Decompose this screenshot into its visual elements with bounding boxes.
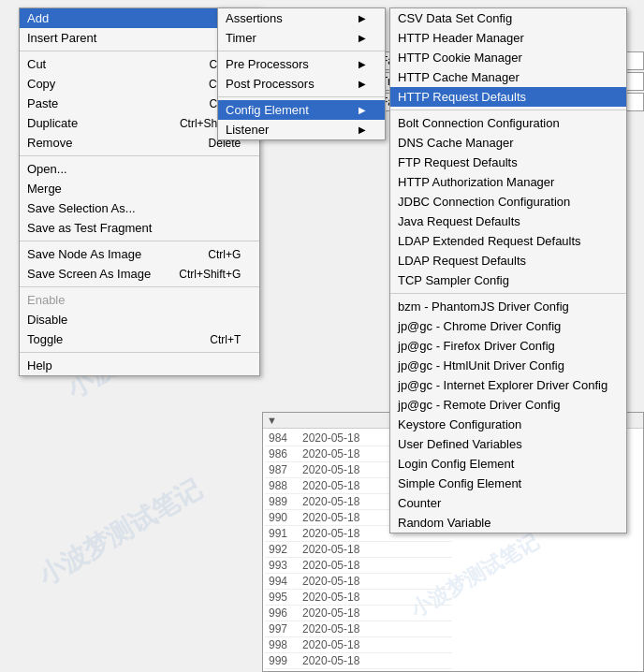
menu-item-help-label: Help [27,358,52,373]
menu-item-paste-shortcut: Ctrl+V [210,97,242,110]
row-num: 999 [269,654,302,667]
menu-item-copy[interactable]: Copy Ctrl+C [20,74,259,94]
row-date: 2020-05-18 [302,431,387,445]
context-menu[interactable]: Add ▶ Insert Parent ▶ Cut Ctrl+X Copy Ct… [19,7,260,376]
watermark-3: 小波梦测试笔记 [32,472,209,594]
log-row: 9962020-05-18 [265,606,452,621]
log-row: 9872020-05-18 [265,462,452,478]
status-bar: False True False [374,51,644,113]
log-row: 9982020-05-18 [265,637,452,653]
row-date: 2020-05-18 [302,495,387,508]
log-row: 9972020-05-18 [265,621,452,637]
row-date: 2020-05-18 [302,591,387,604]
row-num: 995 [269,591,302,604]
menu-item-enable[interactable]: Enable [20,290,259,310]
row-num: 989 [269,495,302,508]
log-rows: 9842020-05-189862020-05-189872020-05-189… [265,431,452,672]
menu-item-add-arrow: ▶ [233,13,241,23]
menu-item-add-label: Add [27,11,49,25]
menu-item-paste-label: Paste [27,96,58,110]
log-row: 9882020-05-18 [265,478,452,494]
menu-item-save-node-image-shortcut: Ctrl+G [208,248,241,261]
status-false-2: False [374,93,644,111]
menu-item-paste[interactable]: Paste Ctrl+V [20,94,259,113]
separator-5 [20,352,259,353]
scroll-indicator: ▼ [267,415,277,426]
menu-item-remove-shortcut: Delete [209,137,242,150]
menu-item-insert-parent[interactable]: Insert Parent ▶ [20,28,259,48]
row-num: 987 [269,463,302,476]
separator-4 [20,286,259,287]
menu-item-remove[interactable]: Remove Delete [20,133,259,153]
menu-item-save-screen-image-label: Save Screen As Image [27,267,151,281]
menu-item-add[interactable]: Add ▶ [20,8,259,28]
menu-item-save-screen-image[interactable]: Save Screen As Image Ctrl+Shift+G [20,264,259,284]
log-row: 9912020-05-18 [265,526,452,542]
menu-item-save-selection[interactable]: Save Selection As... [20,198,259,218]
row-date: 2020-05-18 [302,511,387,524]
menu-item-cut-shortcut: Ctrl+X [210,58,242,71]
row-date: 2020-05-18 [302,479,387,492]
menu-item-open-label: Open... [27,162,67,176]
menu-item-merge[interactable]: Merge [20,179,259,198]
log-row: 9952020-05-18 [265,590,452,606]
row-date: 2020-05-18 [302,447,387,460]
menu-item-toggle[interactable]: Toggle Ctrl+T [20,329,259,349]
menu-item-toggle-shortcut: Ctrl+T [210,333,241,346]
log-row: 9932020-05-18 [265,558,452,574]
menu-item-save-fragment[interactable]: Save as Test Fragment [20,218,259,238]
menu-item-save-node-image[interactable]: Save Node As Image Ctrl+G [20,244,259,264]
row-num: 992 [269,543,302,556]
menu-item-cut-label: Cut [27,57,46,71]
row-num: 988 [269,479,302,492]
menu-item-copy-shortcut: Ctrl+C [209,78,241,91]
row-num: 984 [269,431,302,445]
menu-item-insert-parent-arrow: ▶ [233,33,241,43]
row-num: 986 [269,447,302,460]
menu-item-remove-label: Remove [27,136,72,150]
menu-item-open[interactable]: Open... [20,159,259,179]
log-row: 9862020-05-18 [265,446,452,462]
row-date: 2020-05-18 [302,463,387,476]
status-false-1: False [374,51,644,70]
row-num: 996 [269,606,302,620]
log-row: 9922020-05-18 [265,542,452,558]
menu-item-duplicate-shortcut: Ctrl+Shift+C [180,117,241,130]
log-row: 9992020-05-18 [265,653,452,669]
row-num: 993 [269,559,302,572]
row-date: 2020-05-18 [302,543,387,556]
menu-item-disable[interactable]: Disable [20,310,259,329]
row-date: 2020-05-18 [302,638,387,651]
row-date: 2020-05-18 [302,622,387,635]
separator-2 [20,155,259,156]
menu-item-copy-label: Copy [27,77,55,91]
row-date: 2020-05-18 [302,559,387,572]
log-row: 9842020-05-18 [265,431,452,446]
menu-item-toggle-label: Toggle [27,332,63,346]
menu-item-disable-label: Disable [27,313,67,327]
log-row: 9902020-05-18 [265,510,452,526]
menu-item-save-node-image-label: Save Node As Image [27,247,141,261]
watermark-4: 小波梦测试笔记 [424,153,563,250]
menu-item-enable-label: Enable [27,293,65,307]
row-date: 2020-05-18 [302,527,387,540]
menu-item-merge-label: Merge [27,182,62,196]
menu-item-cut[interactable]: Cut Ctrl+X [20,54,259,74]
row-num: 990 [269,511,302,524]
row-date: 2020-05-18 [302,654,387,667]
menu-item-save-screen-image-shortcut: Ctrl+Shift+G [179,268,241,281]
log-row: 9942020-05-18 [265,574,452,590]
log-row: 9892020-05-18 [265,494,452,510]
menu-item-insert-parent-label: Insert Parent [27,31,96,45]
menu-item-help[interactable]: Help [20,356,259,375]
separator-3 [20,241,259,241]
separator-1 [20,51,259,51]
row-num: 991 [269,527,302,540]
row-num: 994 [269,575,302,588]
menu-item-duplicate[interactable]: Duplicate Ctrl+Shift+C [20,113,259,133]
row-num: 998 [269,638,302,651]
status-true: True [374,72,644,91]
row-num: 997 [269,622,302,635]
row-date: 2020-05-18 [302,606,387,620]
menu-item-duplicate-label: Duplicate [27,116,78,130]
